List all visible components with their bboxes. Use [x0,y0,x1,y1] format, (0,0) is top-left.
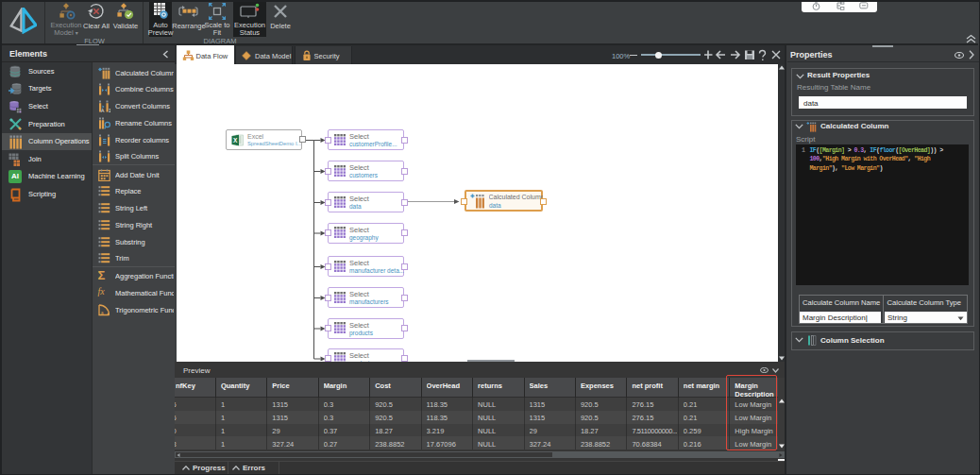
svg-text:A: A [101,108,105,112]
svg-text:X: X [233,137,238,144]
svg-text:1: 1 [109,108,110,112]
